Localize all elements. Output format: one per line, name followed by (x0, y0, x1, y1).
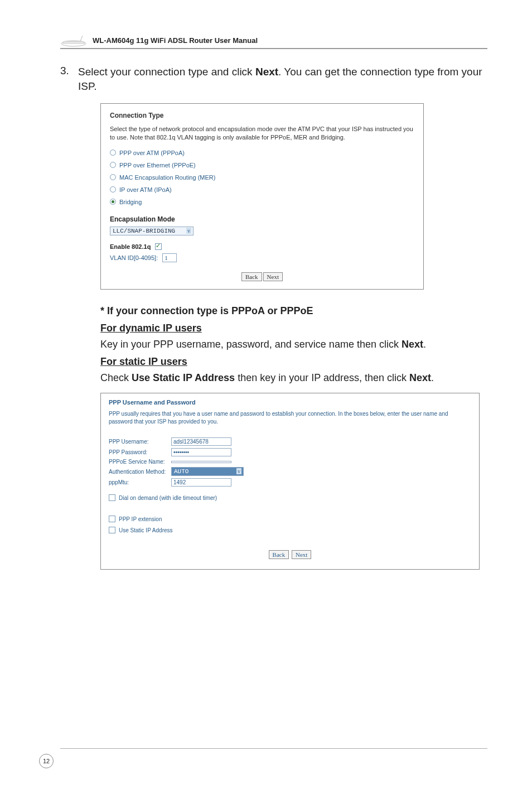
dial-on-demand-checkbox[interactable] (109, 494, 115, 501)
static-post: . (431, 372, 434, 383)
radio-pppoe[interactable]: PPP over Ethernet (PPPoE) (110, 162, 414, 169)
enable-8021q-checkbox[interactable] (155, 243, 162, 250)
use-static-ip-label: Use Static IP Address (119, 527, 173, 533)
vlan-id-label: VLAN ID[0-4095]: (110, 254, 158, 261)
condition-heading: * If your connection type is PPPoA or PP… (100, 305, 487, 317)
panel2-heading: PPP Username and Password (109, 399, 471, 406)
footer-rule (60, 748, 487, 749)
panel2-description: PPP usually requires that you have a use… (109, 410, 471, 425)
ppp-username-label: PPP Username: (109, 439, 171, 445)
conditional-block: * If your connection type is PPPoA or PP… (100, 305, 487, 385)
ppp-credentials-panel: PPP Username and Password PPP usually re… (100, 393, 480, 570)
panel1-button-row: BackNext (110, 272, 414, 281)
radio-label: PPP over ATM (PPPoA) (119, 150, 185, 156)
next-button[interactable]: Next (263, 272, 283, 281)
radio-icon (110, 162, 116, 168)
use-static-ip-checkbox[interactable] (109, 527, 115, 533)
radio-label: PPP over Ethernet (PPPoE) (119, 162, 196, 169)
static-mid: then key in your IP address, then click (235, 372, 409, 383)
enable-8021q-label: Enable 802.1q (110, 243, 151, 250)
step-text: Select your connection type and click Ne… (78, 65, 487, 93)
step-text-bold: Next (255, 66, 278, 78)
static-bold1: Use Static IP Address (132, 372, 235, 383)
radio-label: IP over ATM (IPoA) (119, 186, 172, 193)
auth-method-select[interactable]: AUTO (171, 467, 244, 476)
radio-label: Bridging (119, 199, 142, 205)
dynamic-bold: Next (402, 339, 423, 350)
radio-bridging[interactable]: Bridging (110, 199, 414, 205)
radio-mer[interactable]: MAC Encapsulation Routing (MER) (110, 174, 414, 181)
step-3: 3. Select your connection type and click… (60, 65, 487, 93)
static-bold2: Next (409, 372, 431, 383)
step-number: 3. (60, 65, 78, 77)
vlan-id-input[interactable]: 1 (162, 253, 177, 262)
ppp-ip-extension-checkbox[interactable] (109, 516, 115, 522)
svg-line-1 (80, 36, 83, 41)
header-title: WL-AM604g 11g WiFi ADSL Router User Manu… (93, 36, 258, 45)
step-text-pre: Select your connection type and click (78, 66, 255, 78)
panel2-button-row: Back Next (109, 550, 471, 559)
router-icon (60, 33, 87, 47)
encap-heading: Encapsulation Mode (110, 215, 414, 223)
page-number: 12 (39, 754, 54, 768)
back-button[interactable]: Back (241, 272, 262, 281)
next-button[interactable]: Next (292, 550, 311, 559)
panel1-heading: Connection Type (110, 112, 414, 119)
dynamic-pre: Key in your PPP username, password, and … (100, 339, 402, 350)
static-pre1: Check (100, 372, 132, 383)
ppp-mtu-label: pppMtu: (109, 479, 171, 485)
radio-pppoa[interactable]: PPP over ATM (PPPoA) (110, 150, 414, 156)
radio-icon (110, 199, 116, 205)
ppp-ip-extension-label: PPP IP extension (119, 516, 162, 522)
dynamic-post: . (423, 339, 426, 350)
dial-on-demand-label: Dial on demand (with idle timeout timer) (119, 495, 217, 501)
back-button[interactable]: Back (269, 550, 289, 559)
dynamic-ip-heading: For dynamic IP users (100, 323, 487, 334)
static-ip-heading: For static IP users (100, 356, 487, 368)
ppp-username-input[interactable]: adsl12345678 (171, 437, 231, 446)
manual-header: WL-AM604g 11g WiFi ADSL Router User Manu… (60, 33, 487, 49)
connection-type-panel: Connection Type Select the type of netwo… (100, 103, 424, 290)
radio-ipoa[interactable]: IP over ATM (IPoA) (110, 186, 414, 193)
static-ip-text: Check Use Static IP Address then key in … (100, 371, 487, 385)
radio-icon (110, 174, 116, 180)
ppp-password-label: PPP Password: (109, 449, 171, 455)
encap-mode-select[interactable]: LLC/SNAP-BRIDGING (110, 227, 194, 235)
pppoe-service-input[interactable] (171, 461, 231, 463)
auth-method-label: Authentication Method: (109, 469, 171, 475)
dynamic-ip-text: Key in your PPP username, password, and … (100, 338, 487, 352)
radio-icon (110, 150, 116, 156)
ppp-mtu-input[interactable]: 1492 (171, 478, 231, 487)
panel1-description: Select the type of network protocol and … (110, 125, 414, 142)
pppoe-service-label: PPPoE Service Name: (109, 459, 171, 465)
radio-label: MAC Encapsulation Routing (MER) (119, 174, 215, 181)
ppp-password-input[interactable]: •••••••• (171, 448, 231, 456)
radio-icon (110, 186, 116, 192)
